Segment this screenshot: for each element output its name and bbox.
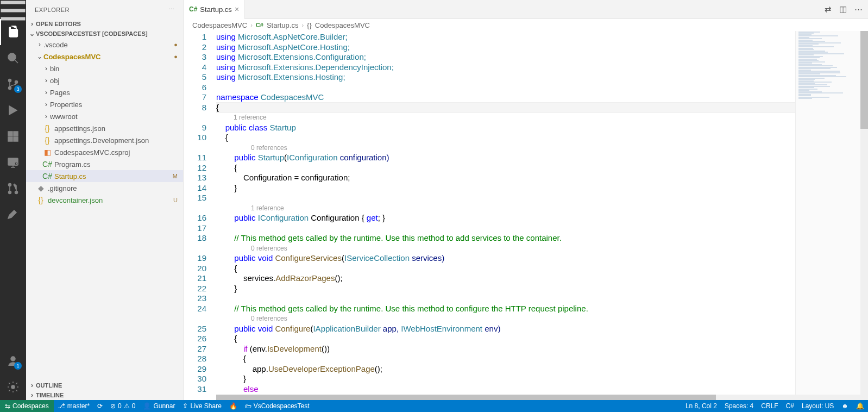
status-layout[interactable]: Layout: US [798, 400, 838, 412]
horizontal-scrollbar[interactable] [216, 395, 868, 400]
activity-bar: 3 1 [0, 0, 26, 400]
svg-rect-8 [14, 132, 18, 136]
remote-icon: ⇆ [5, 402, 10, 410]
line-number-gutter: 1234567891011121314151617181920212223242… [184, 31, 216, 395]
breadcrumb-symbol[interactable]: CodespacesMVC [315, 21, 370, 29]
activity-source-control[interactable]: 3 [0, 71, 26, 97]
activity-feedback[interactable] [0, 202, 26, 228]
svg-point-1 [8, 53, 16, 61]
compare-changes-icon[interactable]: ⇄ [825, 4, 832, 14]
status-folder[interactable]: 🗁VsCodespacesTest [241, 400, 313, 412]
svg-point-3 [9, 87, 11, 90]
folder-vscode[interactable]: ›.vscode● [26, 39, 183, 51]
folder-obj[interactable]: ›obj [26, 74, 183, 86]
modified-badge: M [173, 173, 179, 179]
code-body[interactable]: using Microsoft.AspNetCore.Builder; usin… [216, 31, 795, 395]
status-flame[interactable]: 🔥 [225, 400, 241, 412]
person-icon: 👤 [143, 402, 151, 410]
svg-rect-5 [8, 132, 12, 136]
svg-point-12 [9, 191, 11, 194]
status-feedback[interactable]: ☻ [838, 400, 852, 412]
explorer-label: EXPLORER [35, 7, 70, 13]
activity-search[interactable] [0, 45, 26, 71]
breadcrumbs[interactable]: CodespacesMVC › C# Startup.cs › {} Codes… [184, 19, 868, 31]
close-icon[interactable]: × [235, 5, 239, 14]
minimap[interactable] [795, 31, 860, 395]
outline-section[interactable]: ›OUTLINE [26, 380, 183, 390]
open-editors-section[interactable]: ›OPEN EDITORS [26, 19, 183, 29]
timeline-label: TIMELINE [36, 392, 64, 398]
more-actions-icon[interactable]: ⋯ [854, 4, 863, 14]
explorer-sidebar: EXPLORER ⋯ ›OPEN EDITORS ⌄VSCODESPACESTE… [26, 0, 184, 400]
codelens[interactable]: 0 references [216, 143, 795, 153]
folder-wwwroot[interactable]: ›wwwroot [26, 110, 183, 122]
codelens[interactable]: 1 reference [216, 113, 795, 123]
folder-bin[interactable]: ›bin [26, 63, 183, 74]
breadcrumb-folder[interactable]: CodespacesMVC [192, 21, 247, 29]
activity-settings[interactable] [0, 374, 26, 400]
activity-github-pr[interactable] [0, 176, 26, 202]
svg-point-15 [11, 385, 15, 389]
csharp-icon: C# [189, 5, 197, 13]
status-spaces[interactable]: Spaces: 4 [721, 400, 757, 412]
folder-icon: 🗁 [245, 402, 251, 410]
liveshare-icon: ⇪ [183, 402, 188, 410]
status-cursor[interactable]: Ln 8, Col 2 [682, 400, 721, 412]
codelens[interactable]: 0 references [216, 244, 795, 254]
editor-area: C# Startup.cs × ⇄ ◫ ⋯ CodespacesMVC › C#… [184, 0, 868, 400]
folder-project[interactable]: ⌄CodespacesMVC● [26, 51, 183, 63]
sync-icon: ⟳ [97, 402, 103, 410]
svg-rect-7 [14, 137, 18, 141]
status-problems[interactable]: ⊘0⚠0 [106, 400, 139, 412]
timeline-section[interactable]: ›TIMELINE [26, 390, 183, 400]
chevron-right-icon: › [250, 22, 253, 28]
bell-icon: 🔔 [856, 402, 864, 410]
breadcrumb-file[interactable]: Startup.cs [267, 21, 299, 29]
status-eol[interactable]: CRLF [757, 400, 782, 412]
vertical-scrollbar[interactable] [860, 31, 868, 395]
status-notifications[interactable]: 🔔 [852, 400, 868, 412]
warning-icon: ⚠ [124, 402, 130, 410]
scm-badge: 3 [14, 85, 22, 93]
more-icon[interactable]: ⋯ [168, 6, 175, 13]
activity-extensions[interactable] [0, 123, 26, 149]
branch-icon: ⎇ [58, 402, 65, 410]
file-gitignore[interactable]: ◆.gitignore [26, 182, 183, 194]
code-editor[interactable]: 1234567891011121314151617181920212223242… [184, 31, 868, 395]
menu-icon[interactable] [0, 0, 26, 19]
scrollbar-thumb[interactable] [860, 31, 868, 129]
file-devcontainer[interactable]: {}devcontainer.jsonU [26, 194, 183, 206]
status-sync[interactable]: ⟳ [93, 400, 106, 412]
status-bar: ⇆Codespaces ⎇master* ⟳ ⊘0⚠0 👤Gunnar ⇪Liv… [0, 400, 868, 412]
feedback-icon: ☻ [841, 402, 848, 410]
split-editor-icon[interactable]: ◫ [839, 4, 847, 14]
file-csproj[interactable]: ◧CodespacesMVC.csproj [26, 146, 183, 158]
svg-point-2 [9, 79, 11, 82]
account-badge: 1 [14, 362, 22, 370]
codelens[interactable]: 0 references [216, 314, 795, 324]
svg-point-11 [9, 184, 11, 186]
folder-properties[interactable]: ›Properties [26, 98, 183, 110]
scrollbar-thumb[interactable] [216, 395, 716, 400]
workspace-section[interactable]: ⌄VSCODESPACESTEST [CODESPACES] [26, 29, 183, 39]
codelens[interactable]: 1 reference [216, 203, 795, 214]
file-startup[interactable]: C#Startup.csM [26, 170, 183, 182]
status-language[interactable]: C# [782, 400, 798, 412]
status-branch[interactable]: ⎇master* [54, 400, 93, 412]
tab-bar: C# Startup.cs × ⇄ ◫ ⋯ [184, 0, 868, 19]
csharp-icon: C# [256, 22, 263, 28]
folder-pages[interactable]: ›Pages [26, 86, 183, 98]
activity-explorer[interactable] [0, 19, 26, 45]
sidebar-title: EXPLORER ⋯ [26, 0, 183, 19]
activity-remote-explorer[interactable] [0, 149, 26, 176]
activity-account[interactable]: 1 [0, 348, 26, 374]
outline-label: OUTLINE [36, 382, 62, 389]
status-user[interactable]: 👤Gunnar [139, 400, 179, 412]
status-liveshare[interactable]: ⇪Live Share [179, 400, 225, 412]
file-program[interactable]: C#Program.cs [26, 158, 183, 170]
status-remote[interactable]: ⇆Codespaces [0, 400, 54, 412]
tab-startup[interactable]: C# Startup.cs × [184, 0, 245, 19]
activity-run-debug[interactable] [0, 97, 26, 123]
file-appsettings[interactable]: {}appsettings.json [26, 122, 183, 134]
file-appsettings-dev[interactable]: {}appsettings.Development.json [26, 134, 183, 146]
